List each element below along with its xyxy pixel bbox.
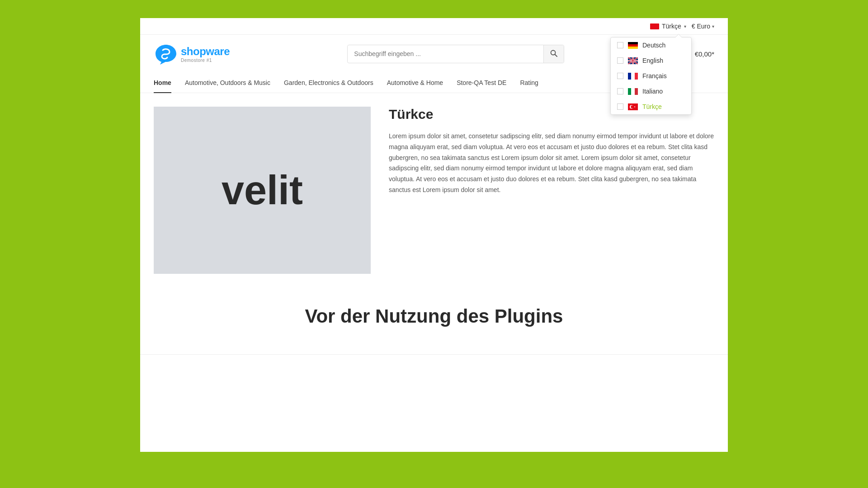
bottom-divider: [140, 354, 728, 355]
fr-flag-icon: [628, 73, 638, 80]
francais-checkbox: [617, 73, 623, 79]
currency-label: € Euro: [692, 23, 710, 30]
turkce-checkbox: [617, 103, 623, 110]
italiano-label: Italiano: [642, 88, 663, 95]
cart-price: €0,00*: [695, 50, 714, 58]
svg-rect-2: [628, 47, 638, 49]
svg-rect-7: [628, 61, 638, 61]
nav-item-home[interactable]: Home: [154, 73, 171, 93]
svg-line-20: [555, 54, 557, 56]
it-flag-icon: [628, 88, 638, 95]
de-flag-icon: [628, 42, 638, 49]
nav-item-garden-electronics-outdoors[interactable]: Garden, Electronics & Outdoors: [284, 73, 373, 93]
svg-rect-11: [628, 88, 631, 95]
english-label: English: [642, 57, 663, 64]
tr-flag-icon-dropdown: [628, 103, 638, 110]
currency-selector[interactable]: € Euro ▾: [692, 23, 714, 30]
francais-label: Français: [642, 72, 667, 80]
nav-item-rating[interactable]: Rating: [520, 73, 538, 93]
shopware-logo-icon: [154, 43, 178, 65]
page-wrapper: Türkçe ▾ € Euro ▾ Deutsch English: [140, 18, 728, 452]
lang-chevron: ▾: [684, 24, 686, 29]
deutsch-checkbox: [617, 42, 623, 48]
svg-point-16: [631, 105, 633, 108]
deutsch-label: Deutsch: [642, 42, 665, 49]
lang-option-italiano[interactable]: Italiano: [611, 84, 691, 99]
svg-rect-9: [631, 73, 635, 80]
language-dropdown: Deutsch English Français: [610, 37, 692, 115]
lang-option-english[interactable]: English: [611, 53, 691, 68]
svg-rect-8: [628, 73, 631, 80]
svg-rect-13: [635, 88, 638, 95]
english-checkbox: [617, 57, 623, 64]
hero-image-text: velit: [222, 167, 303, 214]
lang-option-turkce[interactable]: Türkçe: [611, 99, 691, 114]
language-label: Türkçe: [662, 23, 681, 30]
top-bar: Türkçe ▾ € Euro ▾ Deutsch English: [140, 18, 728, 35]
svg-rect-1: [628, 44, 638, 47]
lang-option-deutsch[interactable]: Deutsch: [611, 38, 691, 53]
hero-image: velit: [154, 107, 371, 274]
search-area: [239, 45, 673, 63]
logo-wordmark: shopware Demostore #1: [181, 45, 230, 63]
turkce-label: Türkçe: [642, 103, 662, 110]
logo[interactable]: shopware Demostore #1: [154, 43, 230, 65]
main-content: velit Türkce Lorem ipsum dolor sit amet,…: [140, 93, 728, 287]
nav-item-store-qa[interactable]: Store-QA Test DE: [457, 73, 506, 93]
tr-flag-icon: [650, 23, 659, 29]
search-icon: [550, 50, 557, 57]
nav-item-automotive-home[interactable]: Automotive & Home: [387, 73, 443, 93]
search-bar: [347, 45, 564, 63]
content-body: Lorem ipsum dolor sit amet, consetetur s…: [389, 131, 714, 196]
svg-rect-0: [628, 42, 638, 44]
bottom-section: Vor der Nutzung des Plugins: [140, 287, 728, 345]
svg-rect-10: [635, 73, 638, 80]
search-button[interactable]: [543, 45, 564, 63]
shopware-name: shopware: [181, 45, 230, 58]
nav-item-automotive-outdoors-music[interactable]: Automotive, Outdoors & Music: [185, 73, 270, 93]
lang-option-francais[interactable]: Français: [611, 68, 691, 84]
language-selector[interactable]: Türkçe ▾: [650, 23, 686, 30]
search-input[interactable]: [348, 46, 543, 62]
content-area: Türkce Lorem ipsum dolor sit amet, conse…: [389, 107, 714, 274]
bottom-title: Vor der Nutzung des Plugins: [154, 305, 714, 327]
gb-flag-icon: [628, 57, 638, 64]
svg-rect-12: [631, 88, 635, 95]
italiano-checkbox: [617, 88, 623, 94]
shopware-tagline: Demostore #1: [181, 58, 230, 63]
currency-chevron: ▾: [712, 24, 714, 29]
